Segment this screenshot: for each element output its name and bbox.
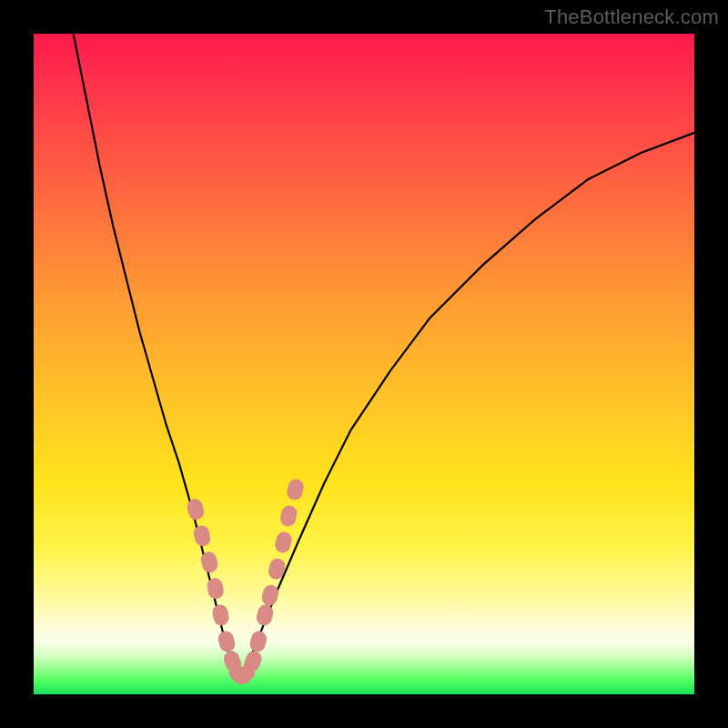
marker-point	[279, 505, 298, 528]
marker-point	[274, 531, 292, 554]
marker-point	[248, 630, 268, 652]
curve-group	[74, 34, 694, 682]
plot-area	[34, 34, 694, 694]
watermark-text: TheBottleneck.com	[544, 5, 719, 29]
marker-point	[260, 583, 279, 606]
marker-point	[193, 524, 212, 547]
marker-group	[186, 478, 304, 686]
chart-frame: TheBottleneck.com	[0, 0, 728, 728]
curve-right-branch	[238, 133, 694, 682]
chart-overlay	[34, 34, 694, 694]
marker-point	[286, 478, 305, 500]
marker-point	[207, 577, 225, 600]
marker-point	[217, 630, 237, 652]
marker-point	[211, 603, 229, 626]
